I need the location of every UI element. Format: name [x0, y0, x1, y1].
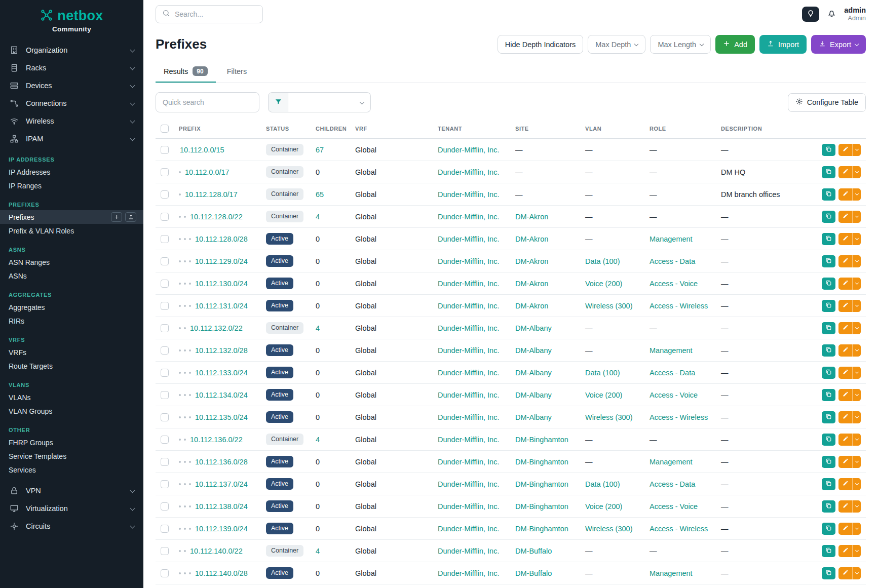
site-link[interactable]: DM-Binghamton: [515, 480, 568, 488]
global-search[interactable]: [156, 5, 263, 23]
tab-filters[interactable]: Filters: [219, 62, 255, 83]
edit-button[interactable]: [838, 567, 852, 579]
tenant-link[interactable]: Dunder-Mifflin, Inc.: [438, 569, 499, 577]
quick-search-input[interactable]: [156, 92, 259, 112]
column-header-role[interactable]: ROLE: [644, 120, 716, 139]
theme-toggle-button[interactable]: [802, 7, 819, 22]
clone-button[interactable]: [822, 300, 835, 312]
edit-dropdown-button[interactable]: [852, 478, 861, 490]
site-link[interactable]: DM-Binghamton: [515, 458, 568, 466]
global-search-input[interactable]: [175, 10, 256, 18]
role-link[interactable]: Management: [650, 346, 693, 355]
edit-dropdown-button[interactable]: [852, 300, 861, 312]
edit-button[interactable]: [838, 344, 852, 357]
row-checkbox[interactable]: [161, 547, 169, 555]
prefix-link[interactable]: 10.112.139.0/24: [195, 525, 248, 533]
sidebar-item-organization[interactable]: Organization: [0, 41, 143, 59]
export-dropdown-button[interactable]: Export: [811, 35, 866, 54]
edit-dropdown-button[interactable]: [852, 322, 861, 334]
vlan-link[interactable]: Data (100): [585, 369, 620, 377]
add-button[interactable]: Add: [715, 35, 755, 54]
row-checkbox[interactable]: [161, 146, 169, 154]
site-link[interactable]: DM-Albany: [515, 369, 552, 377]
clone-button[interactable]: [822, 188, 835, 201]
vlan-link[interactable]: Voice (200): [585, 280, 622, 288]
sidebar-item-rirs[interactable]: RIRs: [0, 314, 143, 328]
site-link[interactable]: DM-Akron: [515, 235, 548, 243]
site-link[interactable]: DM-Akron: [515, 302, 548, 310]
brand[interactable]: netbox Community: [0, 0, 143, 36]
row-checkbox[interactable]: [161, 413, 169, 421]
row-checkbox[interactable]: [161, 168, 169, 176]
edit-button[interactable]: [838, 456, 852, 468]
tenant-link[interactable]: Dunder-Mifflin, Inc.: [438, 324, 499, 332]
vlan-link[interactable]: Wireless (300): [585, 413, 632, 421]
edit-button[interactable]: [838, 367, 852, 379]
site-link[interactable]: DM-Akron: [515, 280, 548, 288]
tenant-link[interactable]: Dunder-Mifflin, Inc.: [438, 413, 499, 421]
children-count[interactable]: 65: [316, 190, 324, 199]
row-checkbox[interactable]: [161, 190, 169, 199]
children-count[interactable]: 4: [316, 213, 320, 221]
children-count[interactable]: 4: [316, 324, 320, 332]
max-length-dropdown[interactable]: Max Length: [650, 35, 711, 54]
vlan-link[interactable]: Wireless (300): [585, 525, 632, 533]
tenant-link[interactable]: Dunder-Mifflin, Inc.: [438, 525, 499, 533]
edit-dropdown-button[interactable]: [852, 545, 861, 557]
role-link[interactable]: Access - Voice: [650, 280, 698, 288]
sidebar-item-connections[interactable]: Connections: [0, 94, 143, 112]
clone-button[interactable]: [822, 255, 835, 267]
site-link[interactable]: DM-Akron: [515, 257, 548, 265]
prefix-link[interactable]: 10.112.128.0/22: [190, 213, 243, 221]
edit-dropdown-button[interactable]: [852, 456, 861, 468]
sidebar-item-vlans[interactable]: VLANs: [0, 390, 143, 404]
prefix-link[interactable]: 10.112.136.0/28: [195, 458, 248, 466]
prefix-link[interactable]: 10.112.132.0/22: [190, 324, 243, 332]
edit-dropdown-button[interactable]: [852, 278, 861, 290]
role-link[interactable]: Access - Wireless: [650, 302, 708, 310]
tenant-link[interactable]: Dunder-Mifflin, Inc.: [438, 190, 499, 199]
edit-dropdown-button[interactable]: [852, 411, 861, 423]
row-checkbox[interactable]: [161, 480, 169, 488]
max-depth-dropdown[interactable]: Max Depth: [588, 35, 645, 54]
prefix-link[interactable]: 10.112.137.0/24: [195, 480, 248, 488]
tenant-link[interactable]: Dunder-Mifflin, Inc.: [438, 458, 499, 466]
tenant-link[interactable]: Dunder-Mifflin, Inc.: [438, 369, 499, 377]
tenant-link[interactable]: Dunder-Mifflin, Inc.: [438, 235, 499, 243]
sidebar-item-racks[interactable]: Racks: [0, 59, 143, 76]
sidebar-item-ipam[interactable]: IPAM: [0, 130, 143, 147]
edit-dropdown-button[interactable]: [852, 233, 861, 245]
column-header-vlan[interactable]: VLAN: [580, 120, 644, 139]
edit-button[interactable]: [838, 255, 852, 267]
row-checkbox[interactable]: [161, 502, 169, 511]
sidebar-item-asn-ranges[interactable]: ASN Ranges: [0, 255, 143, 269]
tenant-link[interactable]: Dunder-Mifflin, Inc.: [438, 436, 499, 444]
tenant-link[interactable]: Dunder-Mifflin, Inc.: [438, 213, 499, 221]
tenant-link[interactable]: Dunder-Mifflin, Inc.: [438, 302, 499, 310]
tenant-link[interactable]: Dunder-Mifflin, Inc.: [438, 391, 499, 399]
edit-button[interactable]: [838, 188, 852, 201]
role-link[interactable]: Access - Wireless: [650, 413, 708, 421]
role-link[interactable]: Management: [650, 458, 693, 466]
sidebar-item-devices[interactable]: Devices: [0, 76, 143, 94]
sidebar-item-service-templates[interactable]: Service Templates: [0, 449, 143, 463]
site-link[interactable]: DM-Albany: [515, 324, 552, 332]
role-link[interactable]: Management: [650, 569, 693, 577]
role-link[interactable]: Access - Data: [650, 257, 695, 265]
clone-button[interactable]: [822, 434, 835, 446]
site-link[interactable]: DM-Binghamton: [515, 436, 568, 444]
row-checkbox[interactable]: [161, 569, 169, 577]
edit-button[interactable]: [838, 211, 852, 223]
prefix-link[interactable]: 10.112.128.0/28: [195, 235, 248, 243]
clone-button[interactable]: [822, 411, 835, 423]
edit-dropdown-button[interactable]: [852, 567, 861, 579]
prefix-link[interactable]: 10.112.131.0/24: [195, 302, 248, 310]
tenant-link[interactable]: Dunder-Mifflin, Inc.: [438, 146, 499, 154]
children-count[interactable]: 67: [316, 146, 324, 154]
edit-dropdown-button[interactable]: [852, 500, 861, 513]
clone-button[interactable]: [822, 456, 835, 468]
site-link[interactable]: DM-Akron: [515, 213, 548, 221]
row-checkbox[interactable]: [161, 324, 169, 332]
tab-results[interactable]: Results 90: [156, 62, 216, 83]
prefix-link[interactable]: 10.112.0.0/17: [185, 168, 230, 176]
